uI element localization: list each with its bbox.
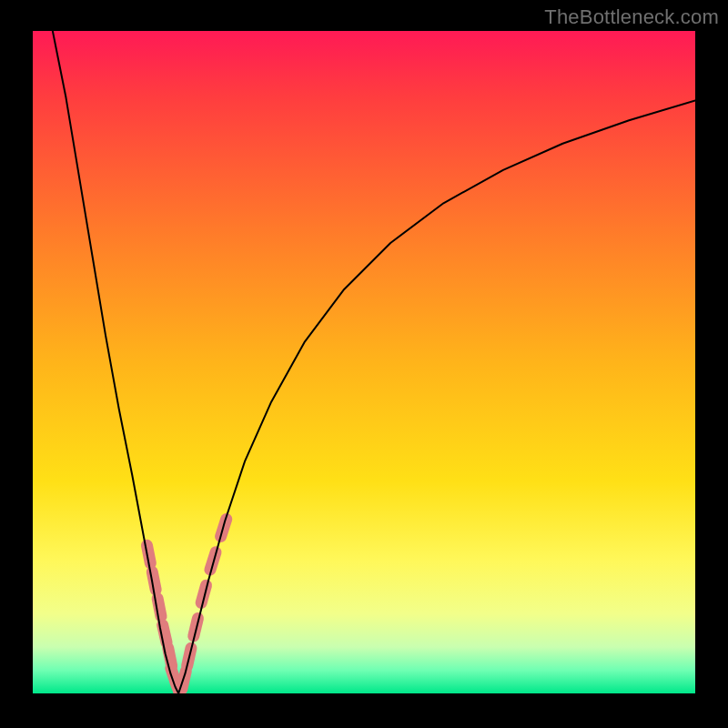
watermark-text: TheBottleneck.com: [544, 5, 719, 29]
plot-area: [33, 31, 695, 693]
curve-lines: [53, 31, 695, 693]
curve-layer: [33, 31, 695, 693]
curve-right-branch: [178, 100, 695, 693]
chart-frame: TheBottleneck.com: [0, 0, 728, 728]
